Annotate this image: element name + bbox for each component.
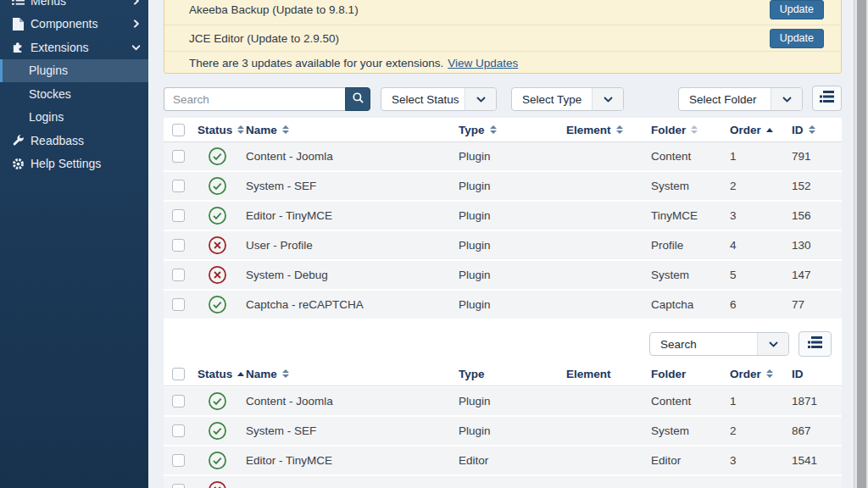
sidebar-item-menus[interactable]: Menus <box>0 0 148 13</box>
search-input[interactable] <box>164 87 345 111</box>
sidebar-item-label: Stockes <box>29 87 71 101</box>
status-disabled-icon[interactable] <box>208 480 227 488</box>
column-header-id[interactable]: ID <box>792 124 842 136</box>
row-checkbox[interactable] <box>172 424 185 437</box>
table-row: System - SEFPluginSystem2152 <box>164 172 842 202</box>
gear-icon <box>11 157 25 170</box>
sidebar-item-label: Readbass <box>31 134 84 147</box>
column-header-folder[interactable]: Folder <box>651 368 730 380</box>
column-header-type[interactable]: Type <box>459 124 566 136</box>
column-header-id[interactable]: ID <box>792 368 842 380</box>
plugin-name[interactable]: User - Profile <box>246 239 459 252</box>
row-checkbox[interactable] <box>172 180 185 192</box>
scrollbar-track[interactable] <box>854 0 868 488</box>
plugins-table-card: Status Name Type Element Folder Order <box>164 118 842 488</box>
plugin-type: Plugin <box>459 269 566 281</box>
plugin-id: 791 <box>792 150 842 163</box>
column-header-status[interactable]: Status <box>198 368 246 380</box>
status-enabled-icon[interactable] <box>208 147 227 166</box>
view-updates-link[interactable]: View Updates <box>448 57 518 69</box>
status-enabled-icon[interactable] <box>208 451 227 470</box>
sidebar-item-components[interactable]: Components <box>0 13 148 36</box>
plugin-name[interactable]: Editor - TinyMCE <box>246 454 459 467</box>
chevron-down-icon <box>771 88 802 110</box>
plugin-name[interactable]: System - Debug <box>246 269 459 281</box>
plugin-name[interactable]: Content - Joomla <box>246 395 459 408</box>
row-checkbox[interactable] <box>172 395 185 408</box>
table2-search-dropdown[interactable]: Search <box>649 332 789 356</box>
plugin-order: 2 <box>730 180 792 192</box>
updates-summary: There are 3 updates available for your e… <box>164 51 841 74</box>
row-checkbox[interactable] <box>172 209 185 222</box>
row-checkbox[interactable] <box>172 150 185 163</box>
sidebar-item-label: Plugins <box>29 64 68 77</box>
chevron-down-icon <box>592 88 623 110</box>
plugin-name[interactable]: Content - Joomla <box>246 150 459 163</box>
plugin-order: 5 <box>730 269 792 281</box>
column-header-type[interactable]: Type <box>459 368 566 380</box>
search-button[interactable] <box>345 87 370 111</box>
chevron-down-icon <box>465 88 496 110</box>
sidebar-item-plugins[interactable]: Plugins <box>0 59 148 83</box>
file-icon <box>11 17 25 30</box>
column-header-status[interactable]: Status <box>198 124 246 136</box>
update-button[interactable]: Update <box>770 29 824 48</box>
sidebar-item-label: Menus <box>31 0 66 8</box>
select-status-label: Select Status <box>381 88 465 110</box>
update-row: JCE Editor (Update to 2.9.50) Update <box>164 25 841 51</box>
plugin-type: Plugin <box>459 424 566 437</box>
status-enabled-icon[interactable] <box>208 176 227 196</box>
chevron-right-icon <box>132 0 140 4</box>
select-status-dropdown[interactable]: Select Status <box>381 87 497 111</box>
column-header-order[interactable]: Order <box>730 124 792 136</box>
sidebar-item-readbass[interactable]: Readbass <box>0 129 148 152</box>
column-header-order[interactable]: Order <box>730 368 792 380</box>
sidebar-item-extensions[interactable]: Extensions <box>0 36 148 59</box>
select-all-checkbox[interactable] <box>172 124 185 136</box>
select-type-dropdown[interactable]: Select Type <box>511 87 624 111</box>
row-checkbox[interactable] <box>172 239 185 252</box>
plugin-name[interactable]: System - SEF <box>246 424 459 437</box>
plugin-type: Plugin <box>459 239 566 252</box>
status-enabled-icon[interactable] <box>208 206 227 225</box>
status-enabled-icon[interactable] <box>208 421 227 441</box>
plugin-name[interactable]: System - SEF <box>246 180 459 192</box>
column-header-element[interactable]: Element <box>566 124 651 136</box>
plugin-name[interactable]: Captcha - reCAPTCHA <box>246 298 459 311</box>
row-checkbox[interactable] <box>172 454 185 467</box>
row-checkbox[interactable] <box>172 484 185 488</box>
update-button[interactable]: Update <box>770 0 824 19</box>
table-row: Editor - TinyMCEPluginTinyMCE3156 <box>164 202 842 231</box>
table-row-partial <box>164 476 842 488</box>
column-header-folder[interactable]: Folder <box>651 124 730 136</box>
column-header-name[interactable]: Name <box>246 124 459 136</box>
puzzle-icon <box>11 41 25 54</box>
sidebar-item-help-settings[interactable]: Help Settings <box>0 152 148 176</box>
sort-icon <box>282 125 289 134</box>
table2-rows: Content - JoomlaPluginContent11871System… <box>164 387 842 488</box>
select-all-checkbox[interactable] <box>172 368 185 380</box>
column-header-element[interactable]: Element <box>566 368 651 380</box>
status-enabled-icon[interactable] <box>208 295 227 314</box>
plugin-id: 152 <box>792 180 842 192</box>
row-checkbox[interactable] <box>172 298 185 311</box>
status-enabled-icon[interactable] <box>208 391 227 411</box>
column-label: Type <box>459 368 485 380</box>
column-header-name[interactable]: Name <box>246 368 459 380</box>
plugin-name[interactable]: Editor - TinyMCE <box>246 209 459 222</box>
table1-header: Status Name Type Element Folder Order <box>164 118 842 142</box>
scrollbar-thumb[interactable] <box>857 0 866 488</box>
status-disabled-icon[interactable] <box>208 265 227 285</box>
sidebar-item-stockes[interactable]: Stockes <box>0 82 148 106</box>
status-disabled-icon[interactable] <box>208 236 227 255</box>
list-options-button[interactable] <box>798 331 832 357</box>
plugin-id: 156 <box>792 209 842 222</box>
row-checkbox[interactable] <box>172 269 185 281</box>
column-label: ID <box>792 368 804 380</box>
list-options-button[interactable] <box>812 86 842 111</box>
sidebar-item-logins[interactable]: Logins <box>0 106 148 130</box>
column-label: Status <box>198 368 232 380</box>
sort-icon <box>490 125 497 134</box>
main-content: Akeeba Backup (Update to 9.8.1) Update J… <box>148 0 854 488</box>
select-folder-dropdown[interactable]: Select Folder <box>678 87 803 111</box>
